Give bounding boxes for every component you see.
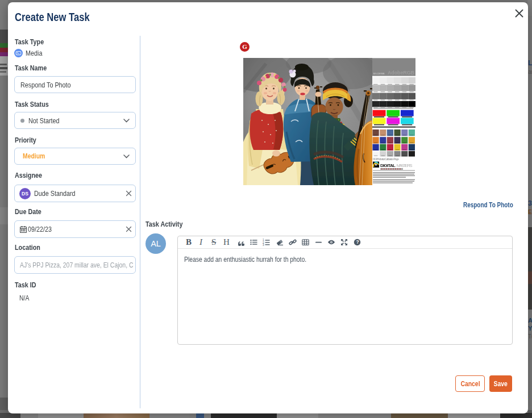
svg-text:3: 3 bbox=[263, 244, 264, 246]
svg-text:AdobeRGB: AdobeRGB bbox=[388, 70, 415, 76]
svg-text:MASTERS: MASTERS bbox=[397, 163, 413, 168]
svg-text:DIGITAL: DIGITAL bbox=[380, 163, 396, 168]
svg-text:30% 128 RGB: 30% 128 RGB bbox=[373, 73, 385, 75]
svg-text:?: ? bbox=[356, 239, 359, 245]
svg-text:RGB Monitor Calibration Page: RGB Monitor Calibration Page bbox=[373, 157, 399, 161]
